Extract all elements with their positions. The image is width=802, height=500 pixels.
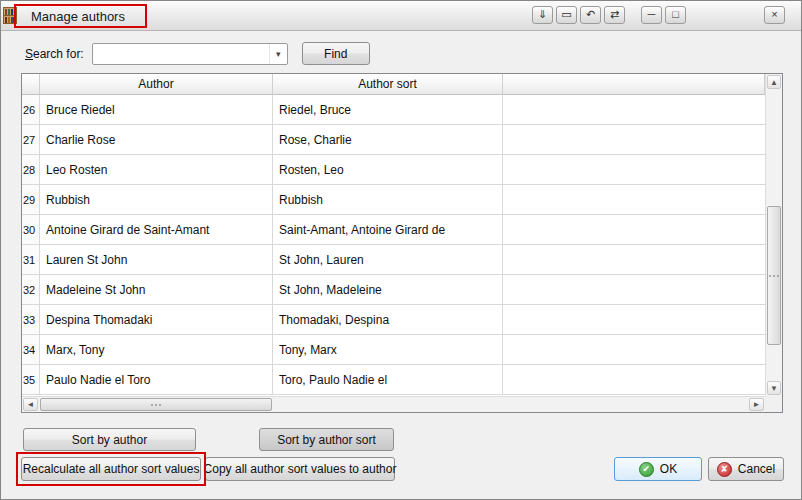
shade-button[interactable]: ▭	[556, 6, 577, 24]
author-cell[interactable]: Marx, Tony	[40, 335, 273, 365]
author-cell[interactable]: Paulo Nadie el Toro	[40, 365, 273, 395]
row-number: 31	[22, 245, 40, 275]
ok-button[interactable]: ✔ OK	[614, 457, 702, 481]
table-viewport: Author Author sort 26 Bruce Riedel Riede…	[22, 74, 765, 396]
scrollbar-corner	[765, 396, 782, 412]
author-column-header[interactable]: Author	[40, 74, 273, 95]
extra-cell[interactable]	[503, 155, 765, 185]
author-cell[interactable]: Madeleine St John	[40, 275, 273, 305]
author-sort-cell[interactable]: Toro, Paulo Nadie el	[273, 365, 503, 395]
author-sort-cell[interactable]: Thomadaki, Despina	[273, 305, 503, 335]
search-input[interactable]	[93, 44, 269, 64]
find-button[interactable]: Find	[302, 42, 370, 65]
extra-cell[interactable]	[503, 125, 765, 155]
table-row[interactable]: 28 Leo Rosten Rosten, Leo	[22, 155, 765, 185]
maximize-button[interactable]: □	[665, 6, 686, 24]
table-row[interactable]: 29 Rubbish Rubbish	[22, 185, 765, 215]
sort-by-author-button[interactable]: Sort by author	[23, 428, 196, 451]
row-number: 27	[22, 125, 40, 155]
window-title: Manage authors	[31, 9, 125, 24]
close-button[interactable]: ×	[764, 6, 785, 24]
author-cell[interactable]: Leo Rosten	[40, 155, 273, 185]
extra-cell[interactable]	[503, 305, 765, 335]
vertical-scrollbar-track[interactable]	[766, 90, 782, 380]
manage-authors-dialog: Manage authors ⇓ ▭ ↶ ⇄ ─ □ × Search for:…	[0, 0, 802, 500]
thumb-grip-icon	[773, 275, 775, 277]
author-cell[interactable]: Lauren St John	[40, 245, 273, 275]
author-sort-cell[interactable]: Rubbish	[273, 185, 503, 215]
row-number: 28	[22, 155, 40, 185]
table-row[interactable]: 30 Antoine Girard de Saint-Amant Saint-A…	[22, 215, 765, 245]
ok-check-icon: ✔	[639, 462, 654, 477]
app-icon	[3, 7, 19, 25]
row-number: 35	[22, 365, 40, 395]
table-row[interactable]: 35 Paulo Nadie el Toro Toro, Paulo Nadie…	[22, 365, 765, 395]
author-sort-cell[interactable]: Rose, Charlie	[273, 125, 503, 155]
author-sort-cell[interactable]: Riedel, Bruce	[273, 95, 503, 125]
table-header-row: Author Author sort	[22, 74, 765, 95]
search-combobox[interactable]: ▾	[92, 43, 288, 65]
horizontal-scrollbar[interactable]: ◄ ►	[22, 396, 765, 412]
ok-label: OK	[660, 462, 677, 476]
extra-cell[interactable]	[503, 275, 765, 305]
extra-column-header[interactable]	[503, 74, 765, 95]
table-row[interactable]: 34 Marx, Tony Tony, Marx	[22, 335, 765, 365]
minimize-button[interactable]: ─	[641, 6, 662, 24]
cancel-label: Cancel	[738, 462, 775, 476]
chevron-down-icon: ▾	[276, 49, 281, 59]
extra-cell[interactable]	[503, 365, 765, 395]
sort-by-author-sort-button[interactable]: Sort by author sort	[259, 428, 394, 451]
scroll-down-icon[interactable]: ▼	[767, 381, 781, 395]
move-button[interactable]: ⇄	[604, 6, 625, 24]
row-number: 29	[22, 185, 40, 215]
author-cell[interactable]: Charlie Rose	[40, 125, 273, 155]
search-label: Search for:	[25, 47, 84, 61]
cancel-button[interactable]: ✘ Cancel	[708, 457, 784, 481]
row-number: 26	[22, 95, 40, 125]
table-row[interactable]: 26 Bruce Riedel Riedel, Bruce	[22, 95, 765, 125]
recalculate-author-sort-button[interactable]: Recalculate all author sort values	[21, 457, 201, 481]
scroll-up-icon[interactable]: ▲	[767, 75, 781, 89]
horizontal-scrollbar-track[interactable]	[39, 397, 748, 412]
combo-dropdown-button[interactable]: ▾	[269, 44, 287, 64]
author-sort-cell[interactable]: Rosten, Leo	[273, 155, 503, 185]
titlebar[interactable]: Manage authors ⇓ ▭ ↶ ⇄ ─ □ ×	[1, 1, 801, 31]
row-number: 32	[22, 275, 40, 305]
table-row[interactable]: 31 Lauren St John St John, Lauren	[22, 245, 765, 275]
author-sort-cell[interactable]: Tony, Marx	[273, 335, 503, 365]
scroll-right-icon[interactable]: ►	[749, 398, 764, 411]
authors-table: Author Author sort 26 Bruce Riedel Riede…	[21, 73, 783, 413]
table-row[interactable]: 27 Charlie Rose Rose, Charlie	[22, 125, 765, 155]
cancel-cross-icon: ✘	[717, 462, 732, 477]
extra-cell[interactable]	[503, 245, 765, 275]
scroll-left-icon[interactable]: ◄	[23, 398, 38, 411]
corner-header	[22, 74, 40, 95]
extra-cell[interactable]	[503, 95, 765, 125]
keep-above-button[interactable]: ⇓	[532, 6, 553, 24]
author-cell[interactable]: Bruce Riedel	[40, 95, 273, 125]
table-row[interactable]: 33 Despina Thomadaki Thomadaki, Despina	[22, 305, 765, 335]
extra-cell[interactable]	[503, 215, 765, 245]
author-sort-cell[interactable]: St John, Lauren	[273, 245, 503, 275]
author-cell[interactable]: Despina Thomadaki	[40, 305, 273, 335]
table-row[interactable]: 32 Madeleine St John St John, Madeleine	[22, 275, 765, 305]
undo-button[interactable]: ↶	[580, 6, 601, 24]
author-sort-cell[interactable]: Saint-Amant, Antoine Girard de	[273, 215, 503, 245]
row-number: 30	[22, 215, 40, 245]
row-number: 33	[22, 305, 40, 335]
vertical-scrollbar-thumb[interactable]	[767, 206, 781, 345]
search-row: Search for: ▾ Find	[25, 42, 370, 65]
author-sort-cell[interactable]: St John, Madeleine	[273, 275, 503, 305]
author-cell[interactable]: Rubbish	[40, 185, 273, 215]
copy-author-sort-button[interactable]: Copy all author sort values to author	[205, 457, 395, 481]
extra-cell[interactable]	[503, 335, 765, 365]
extra-cell[interactable]	[503, 185, 765, 215]
vertical-scrollbar[interactable]: ▲ ▼	[765, 74, 782, 396]
row-number: 34	[22, 335, 40, 365]
author-sort-column-header[interactable]: Author sort	[273, 74, 503, 95]
horizontal-scrollbar-thumb[interactable]	[40, 398, 272, 411]
window-controls: ⇓ ▭ ↶ ⇄ ─ □ ×	[529, 6, 785, 24]
thumb-grip-icon	[155, 404, 157, 406]
author-cell[interactable]: Antoine Girard de Saint-Amant	[40, 215, 273, 245]
